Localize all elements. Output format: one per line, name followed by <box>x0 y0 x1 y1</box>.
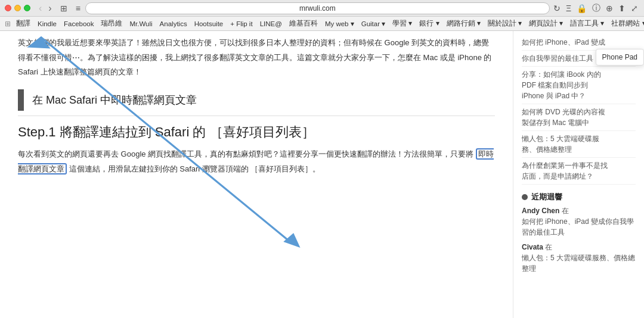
phone-pad-tooltip: Phone Pad <box>596 49 644 66</box>
bookmark-hootsuite[interactable]: Hootsuite <box>191 20 227 27</box>
bookmark-myweb[interactable]: My web ▾ <box>322 20 357 28</box>
minimize-button[interactable] <box>14 5 21 11</box>
article-body: 每次看到英文的網頁還要再去 Google 網頁找翻譯工具，真的有點麻煩對吧？這裡… <box>18 147 495 176</box>
heading-bar-decoration <box>18 89 24 111</box>
body-text-p2: 這個連結，用滑鼠左鍵拉到你的 Safari 瀏覽器頂端的 ［喜好項目列表］。 <box>69 164 321 173</box>
bookmark-language[interactable]: 語言工具 ▾ <box>567 19 607 28</box>
download-icon[interactable]: ⊕ <box>605 4 614 13</box>
fullscreen-icon[interactable]: ⤢ <box>630 4 639 13</box>
reload-icon[interactable]: ↻ <box>552 4 562 13</box>
reader-icon[interactable]: Ξ <box>565 4 572 13</box>
svg-marker-1 <box>283 233 300 248</box>
bookmark-wiki[interactable]: 維基百科 <box>286 19 321 28</box>
bookmark-social[interactable]: 社群網站 ▾ <box>608 19 644 28</box>
bookmark-translate[interactable]: 翻譯 <box>13 19 33 28</box>
share-icon[interactable]: ⬆ <box>617 4 627 13</box>
sidebar: 如何把 iPhone、iPad 變成 你自我學習的最佳工具 分享：如何讓 iBo… <box>513 31 644 318</box>
bookmark-ruiwei[interactable]: 瑞昂維 <box>98 19 125 28</box>
bookmark-line[interactable]: LINE@ <box>257 20 285 27</box>
traffic-lights <box>5 5 30 11</box>
maximize-button[interactable] <box>24 5 30 11</box>
bookmark-design-about[interactable]: 關於設計 ▾ <box>485 19 525 28</box>
content-area: 英文超爛的我最近想要來學英語了！雖然說日文也很方便，可以找到很多日本人整理好的資… <box>0 31 513 318</box>
address-bar-area: ≡ mrwuli.com ↻ Ξ 🔒 ⓘ ⊕ ⬆ ⤢ <box>73 2 639 14</box>
comment-in-1: 在 <box>545 243 552 251</box>
bookmark-mrwuli[interactable]: Mr.Wuli <box>126 20 155 27</box>
sidebar-link-2[interactable]: 分享：如何讓 iBook 內的PDF 檔案自動同步到iPhone 與 iPad … <box>522 67 636 104</box>
bookmark-kindle[interactable]: Kindle <box>35 20 60 27</box>
comment-article-1: 懶人包：5 大雲端硬碟服務、價格總整理 <box>522 252 636 274</box>
step-heading: Step.1 將翻譯連結拉到 Safari 的 ［喜好項目列表］ <box>18 123 495 141</box>
main-layout: 英文超爛的我最近想要來學英語了！雖然說日文也很方便，可以找到很多日本人整理好的資… <box>0 31 644 318</box>
bookmark-analytics[interactable]: Analytics <box>157 20 190 27</box>
window-icon[interactable]: ⊞ <box>58 4 70 13</box>
article-heading: 在 Mac Safari 中即時翻譯網頁文章 <box>32 93 197 107</box>
bookmark-webdesign[interactable]: 網頁設計 ▾ <box>526 19 566 28</box>
toolbar-icons: ↻ Ξ 🔒 ⓘ ⊕ ⬆ ⤢ <box>552 3 639 14</box>
sidebar-link-3[interactable]: 如何將 DVD 光碟的內容複製儲存到 Mac 電腦中 <box>522 104 636 131</box>
bookmark-facebook[interactable]: Facebook <box>61 20 97 27</box>
close-button[interactable] <box>5 5 11 11</box>
recent-comment-1: Civata 在 懶人包：5 大雲端硬碟服務、價格總整理 <box>522 242 636 274</box>
body-text-p1: 每次看到英文的網頁還要再去 Google 網頁找翻譯工具，真的有點麻煩對吧？這裡… <box>18 149 473 158</box>
phone-pad-label: Phone Pad <box>602 53 637 61</box>
sidebar-link-5[interactable]: 為什麼創業第一件事不是找店面，而是申請網址？ <box>522 158 636 185</box>
privacy-icon[interactable]: 🔒 <box>575 4 588 13</box>
comment-author-1: Civata <box>522 243 543 251</box>
back-button[interactable]: ‹ <box>36 4 44 13</box>
bookmark-guitar[interactable]: Guitar ▾ <box>358 20 389 28</box>
section-header: 近期迴響 <box>522 192 636 202</box>
comment-in-0: 在 <box>562 207 569 215</box>
address-bar[interactable]: mrwuli.com <box>85 2 550 14</box>
sidebar-recent-section: 近期迴響 Andy Chen 在 如何把 iPhone、iPad 變成你自我學習… <box>522 192 636 274</box>
comment-article-0: 如何把 iPhone、iPad 變成你自我學習的最佳工具 <box>522 216 636 238</box>
sidebar-link-0[interactable]: 如何把 iPhone、iPad 變成 <box>522 35 636 51</box>
bookmark-bank[interactable]: 銀行 ▾ <box>416 19 442 28</box>
comment-author-0: Andy Chen <box>522 207 559 215</box>
bookmark-marketing[interactable]: 網路行銷 ▾ <box>444 19 484 28</box>
titlebar: ‹ › ⊞ ≡ mrwuli.com ↻ Ξ 🔒 ⓘ ⊕ ⬆ ⤢ <box>0 0 644 17</box>
url-text: mrwuli.com <box>299 4 336 13</box>
bookmark-learning[interactable]: 學習 ▾ <box>389 19 415 28</box>
bookmarks-bar: ⊞ 翻譯 Kindle Facebook 瑞昂維 Mr.Wuli Analyti… <box>0 17 644 31</box>
article-intro: 英文超爛的我最近想要來學英語了！雖然說日文也很方便，可以找到很多日本人整理好的資… <box>18 36 495 80</box>
section-dot-icon <box>522 194 528 200</box>
info-icon[interactable]: ⓘ <box>591 3 602 14</box>
bookmark-flipit[interactable]: + Flip it <box>227 20 255 27</box>
section-title: 近期迴響 <box>531 192 562 202</box>
hamburger-icon[interactable]: ≡ <box>73 4 83 13</box>
nav-buttons: ‹ › <box>36 4 54 13</box>
forward-button[interactable]: › <box>46 4 54 13</box>
article-heading-block: 在 Mac Safari 中即時翻譯網頁文章 <box>18 89 495 116</box>
recent-comment-0: Andy Chen 在 如何把 iPhone、iPad 變成你自我學習的最佳工具 <box>522 206 636 238</box>
apps-icon[interactable]: ⊞ <box>4 20 12 28</box>
sidebar-link-4[interactable]: 懶人包：5 大雲端硬碟服務、價格總整理 <box>522 131 636 158</box>
